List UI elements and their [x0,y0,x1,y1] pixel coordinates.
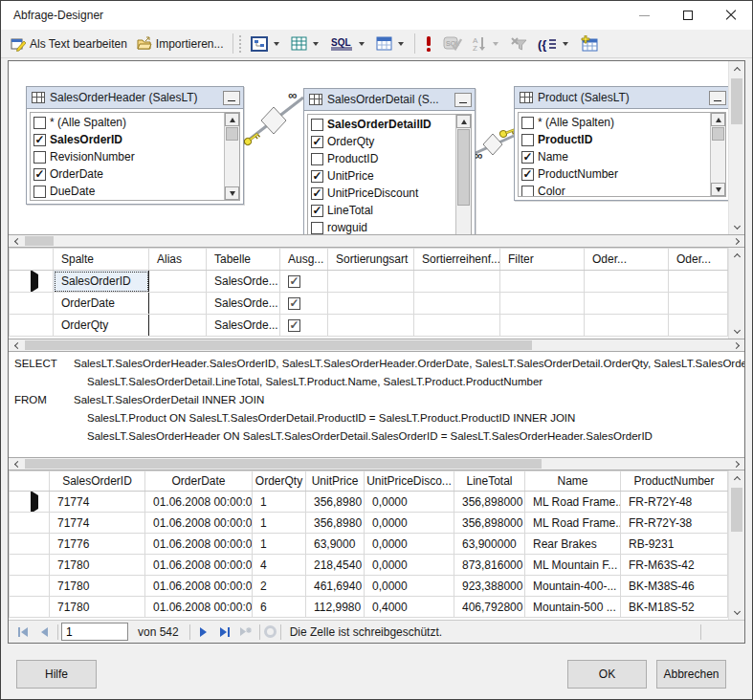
row-selector-cell[interactable] [10,293,54,315]
grid-pane-dropdown[interactable] [313,42,319,46]
scroll-down-button[interactable] [729,220,744,234]
help-button[interactable]: Hilfe [16,660,97,689]
results-column-header[interactable]: UnitPriceDisco... [365,471,454,492]
result-cell[interactable]: 356,8980 [306,513,365,534]
tabelle-cell[interactable]: SalesOrde... [207,315,280,337]
field-checkbox[interactable] [521,186,534,198]
field-row[interactable]: rowguid [308,219,454,234]
field-row[interactable]: Color [519,183,709,197]
result-cell[interactable]: 356,8980 [306,492,365,513]
field-checkbox[interactable] [311,119,323,131]
edit-as-text-button[interactable]: Als Text bearbeiten [6,33,132,55]
sql-horizontal-scrollbar[interactable] [9,457,744,470]
sql-line[interactable]: SELECTSalesLT.SalesOrderHeader.SalesOrde… [14,358,742,376]
field-checkbox[interactable] [33,186,46,198]
criteria-cell[interactable] [500,271,585,293]
field-checkbox[interactable] [311,222,323,234]
result-cell[interactable]: 71774 [50,513,145,534]
result-cell[interactable]: 873,816000 [454,555,525,576]
field-row[interactable]: ✓Name [519,148,709,165]
criteria-cell[interactable] [669,293,728,315]
result-cell[interactable]: ML Road Frame... [525,492,621,513]
scroll-up-button[interactable] [225,113,239,126]
result-cell[interactable]: 1 [253,534,306,555]
result-cell[interactable]: BK-M18S-52 [621,597,728,618]
criteria-cell[interactable] [328,271,414,293]
result-cell[interactable]: 0,4000 [365,597,454,618]
scroll-left-button[interactable] [9,235,24,247]
sql-line[interactable]: SalesLT.SalesOrderDetail.LineTotal, Sale… [14,376,742,394]
scroll-left-button[interactable] [9,458,24,470]
field-row[interactable]: ProductID [308,150,454,167]
field-checkbox[interactable]: ✓ [311,187,323,200]
cancel-button[interactable]: Abbrechen [656,660,726,689]
result-cell[interactable]: 0,0000 [365,576,454,597]
result-cell[interactable]: 0,0000 [365,513,454,534]
tabelle-cell[interactable]: SalesOrde... [207,293,280,315]
scroll-thumb[interactable] [731,78,742,124]
criteria-horizontal-scrollbar[interactable] [9,339,744,352]
field-checkbox[interactable]: ✓ [33,168,46,181]
field-row[interactable]: ✓UnitPriceDiscount [308,185,454,202]
field-row[interactable]: ✓SalesOrderID [31,131,223,148]
group-by-dropdown[interactable] [563,42,568,46]
field-checkbox[interactable]: ✓ [311,136,323,148]
result-cell[interactable]: 406,792800 [454,597,525,618]
field-row[interactable]: ✓LineTotal [308,202,454,219]
scroll-thumb[interactable] [25,236,54,246]
ausgabe-cell[interactable]: ✓ [280,315,328,337]
sql-pane-dropdown[interactable] [359,42,365,46]
import-button[interactable]: Importieren... [132,33,229,55]
criteria-cell[interactable] [585,293,669,315]
criteria-cell[interactable] [328,315,414,337]
row-selector-header[interactable] [10,249,54,271]
scroll-down-button[interactable] [711,183,725,196]
result-cell[interactable]: FR-M63S-42 [621,555,728,576]
table-header[interactable]: Product (SalesLT) [515,87,729,109]
join-diamond[interactable] [483,134,502,155]
criteria-cell[interactable] [500,293,585,315]
field-row[interactable]: * (Alle Spalten) [519,114,709,131]
criteria-vertical-scrollbar[interactable] [728,248,744,339]
criteria-cell[interactable] [669,271,728,293]
criteria-column-header[interactable]: Oder... [669,249,728,271]
criteria-cell[interactable] [585,271,669,293]
scroll-thumb[interactable] [731,488,742,532]
criteria-cell[interactable] [414,271,500,293]
ausgabe-cell[interactable]: ✓ [280,271,328,293]
scroll-down-button[interactable] [225,186,239,200]
result-cell[interactable]: 71780 [50,576,145,597]
criteria-column-header[interactable]: Sortierreihenf... [414,249,500,271]
row-selector-cell[interactable] [10,555,50,576]
results-vertical-scrollbar[interactable] [728,470,744,620]
cancel-query-button[interactable] [263,624,277,639]
join-line[interactable] [244,98,303,143]
table-salesorderdetail[interactable]: SalesOrderDetail (S... SalesOrderDetailI… [303,88,476,234]
table-salesorderheader[interactable]: SalesOrderHeader (SalesLT) * (Alle Spalt… [26,86,244,205]
result-cell[interactable]: FR-R72Y-48 [621,492,728,513]
join-line[interactable] [476,136,514,153]
scroll-thumb[interactable] [712,127,724,141]
field-list-scrollbar[interactable] [710,113,725,196]
field-list-scrollbar[interactable] [455,115,471,234]
result-cell[interactable]: 356,898000 [454,492,525,513]
result-cell[interactable]: 0,0000 [365,492,454,513]
sql-pane[interactable]: SELECTSalesLT.SalesOrderHeader.SalesOrde… [9,352,744,457]
result-cell[interactable]: 0,0000 [365,555,454,576]
criteria-column-header[interactable]: Oder... [585,249,669,271]
criteria-cell[interactable] [585,315,669,337]
criteria-column-header[interactable]: Tabelle [207,249,280,271]
add-table-button[interactable] [575,32,603,55]
sort-dropdown[interactable] [493,42,498,46]
criteria-cell[interactable] [500,315,585,337]
criteria-cell[interactable] [414,293,500,315]
row-selector-header[interactable] [10,471,50,492]
criteria-column-header[interactable]: Sortierungsart [328,249,414,271]
field-row[interactable]: ✓UnitPrice [308,167,454,185]
criteria-column-header[interactable]: Spalte [54,249,149,271]
ausgabe-checkbox[interactable]: ✓ [288,319,300,332]
field-checkbox[interactable] [311,153,323,165]
result-cell[interactable]: 01.06.2008 00:00:00 [145,492,253,513]
field-checkbox[interactable] [521,117,534,129]
result-cell[interactable]: Rear Brakes [525,534,621,555]
